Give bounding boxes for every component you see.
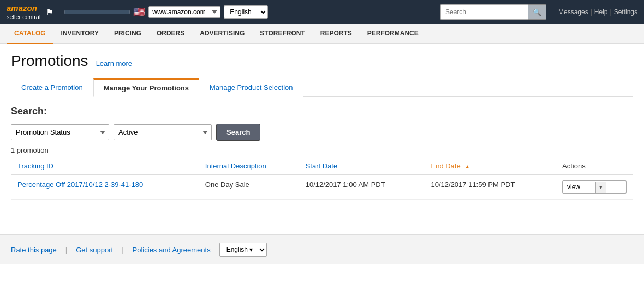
get-support-link[interactable]: Get support — [76, 246, 113, 254]
nav-advertising[interactable]: ADVERTISING — [192, 24, 252, 44]
page-title: Promotions — [11, 52, 88, 70]
tracking-id-link[interactable]: Percentage Off 2017/10/12 2-39-41-180 — [17, 180, 143, 189]
policies-link[interactable]: Policies and Agreements — [133, 246, 211, 254]
help-link[interactable]: Help — [594, 8, 608, 16]
logo-area: amazon seller central — [7, 3, 40, 21]
footer: Rate this page | Get support | Policies … — [0, 234, 644, 264]
seller-name-area: 🇺🇸 www.amazon.com www.amazon.co.uk www.a… — [64, 5, 268, 19]
cell-actions: view edit delete ▾ — [556, 175, 633, 200]
top-bar: amazon seller central ⚑ 🇺🇸 www.amazon.co… — [0, 0, 644, 24]
col-actions: Actions — [556, 158, 633, 175]
tab-manage-promotions[interactable]: Manage Your Promotions — [93, 78, 199, 97]
page-title-area: Promotions Learn more — [11, 52, 633, 70]
nav-orders[interactable]: ORDERS — [149, 24, 192, 44]
col-tracking-id[interactable]: Tracking ID — [11, 158, 199, 175]
tabs: Create a Promotion Manage Your Promotion… — [11, 78, 633, 97]
amazon-wordmark: amazon — [7, 3, 37, 13]
result-count: 1 promotion — [11, 146, 633, 154]
action-select-wrapper: view edit delete ▾ — [562, 180, 627, 194]
learn-more-link[interactable]: Learn more — [96, 59, 132, 68]
col-start-date[interactable]: Start Date — [299, 158, 425, 175]
nav-reports[interactable]: REPORTS — [313, 24, 360, 44]
promotions-table: Tracking ID Internal Description Start D… — [11, 158, 633, 200]
cell-end-date: 10/12/2017 11:59 PM PDT — [424, 175, 556, 200]
us-flag-icon: 🇺🇸 — [133, 6, 145, 18]
language-select-top[interactable]: English Español Français Deutsch — [224, 5, 268, 19]
rate-page-link[interactable]: Rate this page — [11, 246, 57, 254]
seller-central-wordmark: seller central — [7, 14, 40, 20]
action-dropdown-arrow[interactable]: ▾ — [595, 182, 606, 193]
search-input[interactable] — [440, 4, 528, 20]
col-internal-description[interactable]: Internal Description — [199, 158, 299, 175]
search-controls: Promotion Status Tracking ID Internal De… — [11, 124, 633, 141]
main-nav: CATALOG INVENTORY PRICING ORDERS ADVERTI… — [0, 24, 644, 44]
logo: amazon seller central — [7, 3, 40, 21]
cell-start-date: 10/12/2017 1:00 AM PDT — [299, 175, 425, 200]
top-links: Messages | Help | Settings — [558, 8, 637, 16]
cell-tracking-id: Percentage Off 2017/10/12 2-39-41-180 — [11, 175, 199, 200]
sort-arrow-icon: ▲ — [464, 164, 470, 170]
seller-name-display — [64, 10, 130, 14]
action-select[interactable]: view edit delete — [563, 181, 595, 193]
messages-link[interactable]: Messages — [558, 8, 588, 16]
nav-catalog[interactable]: CATALOG — [7, 24, 53, 44]
table-row: Percentage Off 2017/10/12 2-39-41-180 On… — [11, 175, 633, 200]
promotion-status-filter[interactable]: Promotion Status Tracking ID Internal De… — [11, 124, 109, 140]
search-area: 🔍 — [440, 4, 546, 20]
search-section-label: Search: — [11, 106, 633, 117]
table-header-row: Tracking ID Internal Description Start D… — [11, 158, 633, 175]
nav-performance[interactable]: PERFORMANCE — [360, 24, 426, 44]
tab-manage-product-selection[interactable]: Manage Product Selection — [199, 78, 303, 97]
status-value-filter[interactable]: Active All Upcoming Ended — [114, 124, 212, 140]
tab-create-promotion[interactable]: Create a Promotion — [11, 78, 93, 97]
search-section: Search: Promotion Status Tracking ID Int… — [11, 97, 633, 204]
col-end-date[interactable]: End Date ▲ — [424, 158, 556, 175]
search-button-top[interactable]: 🔍 — [528, 4, 546, 20]
flag-icon[interactable]: ⚑ — [46, 7, 53, 17]
settings-link[interactable]: Settings — [614, 8, 637, 16]
domain-select[interactable]: www.amazon.com www.amazon.co.uk www.amaz… — [148, 6, 220, 18]
nav-inventory[interactable]: INVENTORY — [53, 24, 106, 44]
nav-storefront[interactable]: STOREFRONT — [252, 24, 312, 44]
nav-pricing[interactable]: PRICING — [106, 24, 149, 44]
cell-internal-description: One Day Sale — [199, 175, 299, 200]
language-select-footer[interactable]: English ▾ Español Français Deutsch — [219, 243, 267, 257]
search-button[interactable]: Search — [216, 124, 260, 141]
page-content: Promotions Learn more Create a Promotion… — [0, 44, 644, 213]
